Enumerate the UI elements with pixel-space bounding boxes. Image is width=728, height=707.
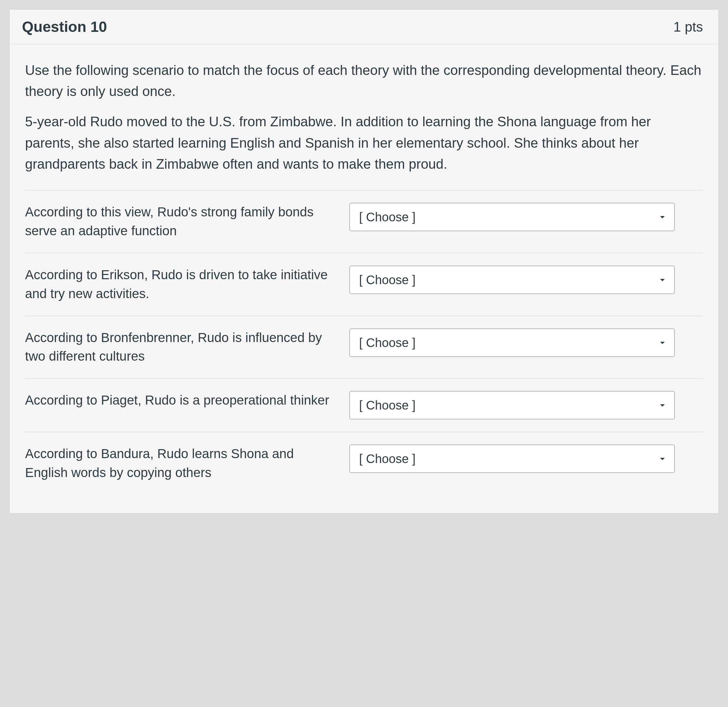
- match-prompt-2: According to Erikson, Rudo is driven to …: [25, 266, 337, 304]
- match-prompt-1: According to this view, Rudo's strong fa…: [25, 203, 337, 240]
- match-select-4[interactable]: [ Choose ]: [349, 391, 675, 419]
- question-header: Question 10 1 pts: [10, 10, 718, 44]
- match-row: According to Bandura, Rudo learns Shona …: [25, 432, 703, 494]
- match-select-5[interactable]: [ Choose ]: [349, 444, 675, 473]
- question-instructions: Use the following scenario to match the …: [25, 60, 703, 102]
- question-card: Question 10 1 pts Use the following scen…: [9, 9, 719, 513]
- match-select-wrapper: [ Choose ]: [349, 391, 675, 419]
- match-prompt-4: According to Piaget, Rudo is a preoperat…: [25, 391, 337, 410]
- question-title: Question 10: [22, 18, 107, 35]
- match-prompt-3: According to Bronfenbrenner, Rudo is inf…: [25, 328, 337, 366]
- match-row: According to Bronfenbrenner, Rudo is inf…: [25, 316, 703, 379]
- match-select-2[interactable]: [ Choose ]: [349, 266, 675, 294]
- match-select-wrapper: [ Choose ]: [349, 444, 675, 473]
- match-select-wrapper: [ Choose ]: [349, 203, 675, 231]
- match-row: According to Piaget, Rudo is a preoperat…: [25, 379, 703, 432]
- matching-section: According to this view, Rudo's strong fa…: [25, 190, 703, 494]
- match-select-3[interactable]: [ Choose ]: [349, 328, 675, 357]
- match-row: According to this view, Rudo's strong fa…: [25, 190, 703, 253]
- question-scenario: 5-year-old Rudo moved to the U.S. from Z…: [25, 111, 703, 175]
- match-prompt-5: According to Bandura, Rudo learns Shona …: [25, 444, 337, 482]
- match-select-wrapper: [ Choose ]: [349, 266, 675, 294]
- question-body: Use the following scenario to match the …: [10, 44, 718, 513]
- match-select-wrapper: [ Choose ]: [349, 328, 675, 357]
- question-points: 1 pts: [673, 19, 703, 35]
- match-row: According to Erikson, Rudo is driven to …: [25, 253, 703, 316]
- match-select-1[interactable]: [ Choose ]: [349, 203, 675, 231]
